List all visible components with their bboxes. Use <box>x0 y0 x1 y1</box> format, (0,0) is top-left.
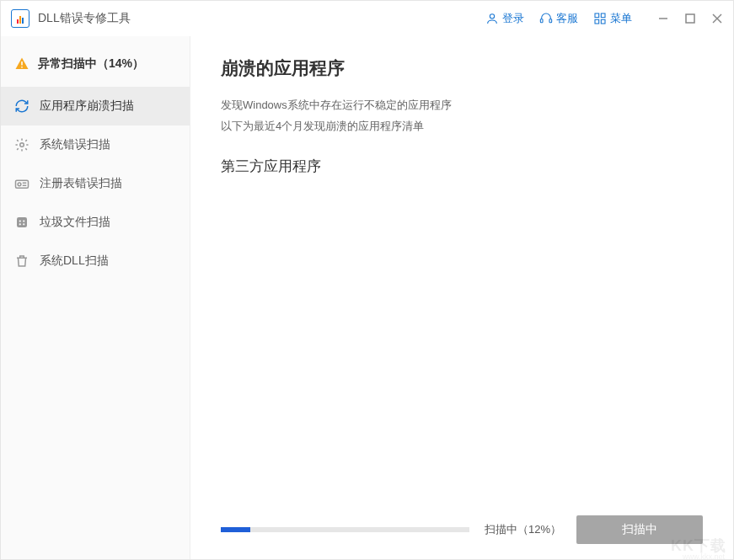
sidebar-item-junk[interactable]: 垃圾文件扫描 <box>1 203 190 242</box>
svg-point-22 <box>23 223 24 225</box>
svg-point-15 <box>18 183 21 186</box>
desc-line-2: 以下为最近4个月发现崩溃的应用程序清单 <box>221 116 703 137</box>
svg-rect-1 <box>540 19 543 23</box>
svg-point-20 <box>23 220 24 221</box>
user-icon <box>485 12 499 25</box>
warning-icon <box>14 56 29 72</box>
sidebar-item-registry[interactable]: 注册表错误扫描 <box>1 164 190 203</box>
svg-rect-2 <box>549 19 552 23</box>
svg-rect-8 <box>686 14 694 23</box>
minimize-icon <box>657 13 669 24</box>
grid-icon <box>593 12 607 25</box>
svg-rect-4 <box>601 13 605 18</box>
scan-button-label: 扫描中 <box>622 522 657 537</box>
sidebar-item-system-error[interactable]: 系统错误扫描 <box>1 125 190 164</box>
menu-link[interactable]: 菜单 <box>593 11 632 26</box>
sidebar-item-label: 注册表错误扫描 <box>40 176 122 191</box>
main-panel: 崩溃的应用程序 发现Windows系统中存在运行不稳定的应用程序 以下为最近4个… <box>190 36 733 559</box>
titlebar: DLL错误专修工具 登录 客服 菜单 <box>1 1 733 36</box>
sidebar-item-app-crash[interactable]: 应用程序崩溃扫描 <box>1 87 190 125</box>
close-button[interactable] <box>710 11 725 26</box>
svg-point-13 <box>20 143 24 147</box>
bottom-bar: 扫描中（12%） 扫描中 <box>221 504 703 559</box>
registry-icon <box>14 176 29 191</box>
sidebar-item-label: 垃圾文件扫描 <box>40 215 110 230</box>
close-icon <box>711 13 723 24</box>
trash-icon <box>14 253 29 269</box>
svg-rect-12 <box>21 67 23 68</box>
svg-rect-18 <box>17 217 27 227</box>
desc-line-1: 发现Windows系统中存在运行不稳定的应用程序 <box>221 95 703 116</box>
gear-icon <box>14 137 29 152</box>
svg-rect-3 <box>595 13 599 18</box>
svg-point-19 <box>19 220 21 221</box>
minimize-button[interactable] <box>656 11 671 26</box>
progress-label: 扫描中（12%） <box>485 522 561 537</box>
sidebar-item-label: 系统DLL扫描 <box>40 253 109 269</box>
sidebar: 异常扫描中（14%） 应用程序崩溃扫描 系统错误扫描 注册表错误扫描 垃圾文件扫 <box>1 36 190 559</box>
section-heading: 第三方应用程序 <box>221 157 703 176</box>
page-title: 崩溃的应用程序 <box>221 56 703 80</box>
app-logo-icon <box>11 9 29 28</box>
support-link[interactable]: 客服 <box>539 11 578 26</box>
support-label: 客服 <box>556 11 578 26</box>
progress-fill <box>221 527 250 532</box>
refresh-icon <box>14 99 29 114</box>
svg-point-0 <box>490 14 494 19</box>
sidebar-item-label: 系统错误扫描 <box>40 137 110 152</box>
headset-icon <box>539 12 553 25</box>
sidebar-item-dll[interactable]: 系统DLL扫描 <box>1 242 190 280</box>
titlebar-actions: 登录 客服 菜单 <box>485 11 725 26</box>
junk-icon <box>14 215 29 230</box>
login-link[interactable]: 登录 <box>485 11 524 26</box>
login-label: 登录 <box>502 11 524 26</box>
svg-rect-5 <box>595 19 599 24</box>
sidebar-item-label: 应用程序崩溃扫描 <box>40 99 134 114</box>
progress-bar <box>221 527 469 532</box>
svg-point-21 <box>19 223 21 225</box>
svg-rect-11 <box>21 61 23 66</box>
maximize-icon <box>684 13 696 24</box>
maximize-button[interactable] <box>683 11 698 26</box>
scan-status-label: 异常扫描中（14%） <box>38 56 144 72</box>
svg-rect-6 <box>601 19 605 24</box>
scan-status: 异常扫描中（14%） <box>1 45 190 87</box>
scan-button[interactable]: 扫描中 <box>576 515 703 544</box>
app-title: DLL错误专修工具 <box>38 11 131 26</box>
menu-label: 菜单 <box>610 11 632 26</box>
page-description: 发现Windows系统中存在运行不稳定的应用程序 以下为最近4个月发现崩溃的应用… <box>221 95 703 136</box>
